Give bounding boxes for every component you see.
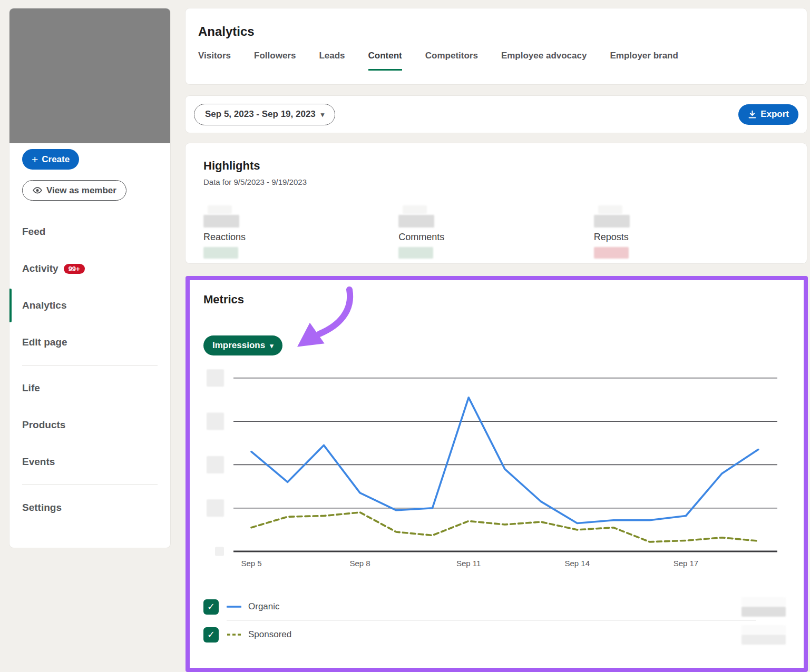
organic-line-swatch (227, 605, 241, 608)
x-tick-label: Sep 8 (349, 559, 370, 568)
check-icon: ✓ (207, 629, 215, 640)
y-tick-label-redacted (207, 413, 224, 430)
page-title: Analytics (198, 24, 794, 39)
x-tick-label: Sep 17 (674, 559, 699, 568)
sidebar-item-life[interactable]: Life (22, 370, 158, 407)
stat-comments-label: Comments (398, 232, 593, 243)
redacted-delta-block (594, 247, 629, 259)
metrics-card-highlighted: Metrics Impressions ▾ Sep 5Sep 8Sep 11Se… (186, 276, 808, 672)
metric-selector-label: Impressions (212, 340, 265, 351)
analytics-tabs: Visitors Followers Leads Content Competi… (198, 51, 794, 71)
sidebar-item-events[interactable]: Events (22, 443, 158, 480)
metrics-title: Metrics (203, 293, 244, 307)
sidebar-item-feed-label: Feed (22, 226, 45, 238)
tab-followers[interactable]: Followers (254, 51, 296, 71)
legend-organic-value-redacted (741, 597, 786, 617)
chevron-down-icon: ▾ (270, 342, 274, 349)
legend-sponsored-value-redacted (741, 625, 786, 645)
tab-employer-brand[interactable]: Employer brand (610, 51, 678, 71)
legend-row-organic: ✓ Organic (203, 596, 786, 617)
sidebar-item-analytics[interactable]: Analytics (22, 287, 158, 324)
sidebar-item-life-label: Life (22, 382, 40, 394)
legend-sponsored-label: Sponsored (248, 629, 291, 640)
sidebar-item-edit-page-label: Edit page (22, 337, 67, 348)
redacted-value-block (403, 205, 427, 214)
toolbar-card: Sep 5, 2023 - Sep 19, 2023 ▾ Export (186, 96, 807, 133)
stat-reposts: Reposts (594, 205, 789, 259)
check-icon: ✓ (207, 601, 215, 612)
tab-employee-advocacy[interactable]: Employee advocacy (501, 51, 587, 71)
sponsored-line-swatch (227, 633, 241, 636)
sidebar-item-activity-label: Activity (22, 263, 58, 274)
sidebar-item-edit-page[interactable]: Edit page (22, 324, 158, 361)
activity-count-badge: 99+ (64, 264, 85, 274)
legend-divider (227, 620, 756, 621)
highlights-card: Highlights Data for 9/5/2023 - 9/19/2023… (186, 143, 807, 263)
tab-leads[interactable]: Leads (319, 51, 345, 71)
page-logo-redacted (9, 8, 170, 143)
y-tick-label-redacted (207, 456, 224, 473)
chevron-down-icon: ▾ (321, 111, 325, 118)
redacted-value-block (398, 215, 434, 228)
sidebar-item-events-label: Events (22, 456, 55, 468)
eye-icon (32, 187, 43, 194)
create-button-label: Create (42, 154, 70, 165)
annotation-arrow (285, 285, 358, 362)
create-button[interactable]: + Create (22, 149, 79, 170)
sidebar-item-settings-label: Settings (22, 502, 62, 513)
sidebar-item-products[interactable]: Products (22, 407, 158, 443)
sidebar-item-products-label: Products (22, 419, 65, 431)
y-tick-label-redacted (207, 369, 224, 387)
analytics-header-card: Analytics Visitors Followers Leads Conte… (186, 8, 807, 84)
y-tick-label-redacted (207, 499, 224, 517)
redacted-value-block (208, 205, 232, 214)
sponsored-checkbox-checked[interactable]: ✓ (203, 627, 219, 643)
x-tick-label: Sep 5 (241, 559, 261, 568)
organic-line (251, 398, 758, 523)
metrics-chart-svg: Sep 5Sep 8Sep 11Sep 14Sep 17 (203, 369, 799, 577)
sidebar-divider (22, 365, 158, 365)
highlights-title: Highlights (203, 159, 789, 173)
sidebar-item-analytics-label: Analytics (22, 300, 66, 311)
view-as-member-button[interactable]: View as member (22, 180, 126, 201)
redacted-delta-block (398, 247, 433, 259)
x-tick-label: Sep 14 (565, 559, 590, 568)
stat-reactions-label: Reactions (203, 232, 398, 243)
stat-reactions: Reactions (203, 205, 398, 259)
legend-row-sponsored: ✓ Sponsored (203, 624, 786, 645)
metric-selector-button[interactable]: Impressions ▾ (203, 335, 282, 355)
sidebar-item-activity[interactable]: Activity 99+ (22, 250, 158, 287)
redacted-value-block (598, 205, 622, 214)
export-button[interactable]: Export (738, 104, 798, 125)
stat-comments: Comments (398, 205, 593, 259)
plus-icon: + (32, 154, 38, 165)
sidebar-divider (22, 485, 158, 485)
redacted-value-block (594, 215, 630, 228)
highlights-subtitle: Data for 9/5/2023 - 9/19/2023 (203, 177, 789, 186)
view-as-member-label: View as member (46, 185, 116, 196)
sidebar-item-settings[interactable]: Settings (22, 489, 158, 526)
sidebar-item-feed[interactable]: Feed (22, 213, 158, 250)
date-range-selector[interactable]: Sep 5, 2023 - Sep 19, 2023 ▾ (194, 104, 335, 125)
highlights-stats-row: Reactions Comments Reposts (203, 205, 789, 259)
sidebar-nav: Feed Activity 99+ Analytics Edit page Li… (22, 213, 158, 526)
date-range-label: Sep 5, 2023 - Sep 19, 2023 (205, 109, 316, 120)
organic-checkbox-checked[interactable]: ✓ (203, 599, 219, 615)
metrics-chart: Sep 5Sep 8Sep 11Sep 14Sep 17 (203, 369, 799, 577)
tab-visitors[interactable]: Visitors (198, 51, 231, 71)
y-tick-label-redacted (215, 547, 224, 556)
x-tick-label: Sep 11 (456, 559, 481, 568)
export-button-label: Export (760, 109, 789, 120)
stat-reposts-label: Reposts (594, 232, 789, 243)
tab-content[interactable]: Content (368, 51, 402, 71)
legend-organic-label: Organic (248, 601, 280, 612)
redacted-value-block (203, 215, 239, 228)
chart-legend: ✓ Organic ✓ Sponsored (203, 596, 786, 645)
sidebar: + Create View as member Feed Activity 99… (9, 8, 170, 548)
redacted-delta-block (203, 247, 238, 259)
tab-competitors[interactable]: Competitors (425, 51, 478, 71)
download-icon (748, 110, 757, 119)
